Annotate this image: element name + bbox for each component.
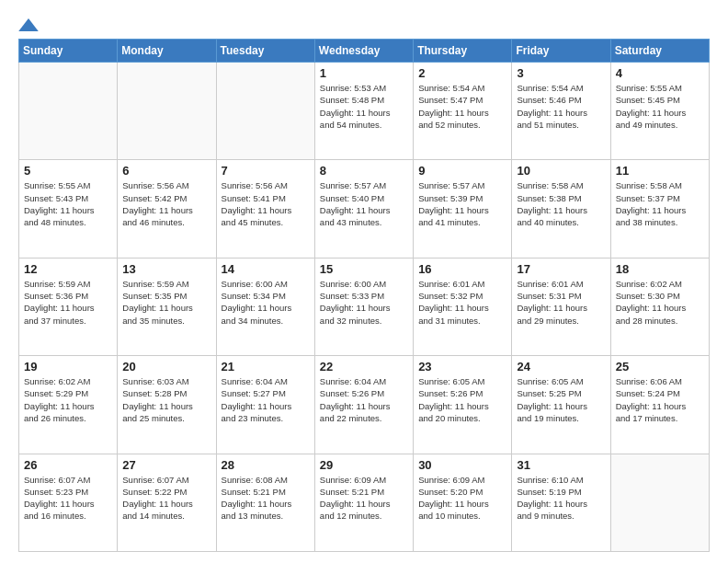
day-number: 26 (24, 458, 112, 472)
cell-text: Sunrise: 6:09 AM Sunset: 5:21 PM Dayligh… (320, 474, 408, 523)
day-number: 25 (616, 360, 704, 373)
calendar-cell: 6Sunrise: 5:56 AM Sunset: 5:42 PM Daylig… (118, 160, 216, 258)
header-day-thursday: Thursday (414, 40, 512, 63)
calendar-cell: 24Sunrise: 6:05 AM Sunset: 5:25 PM Dayli… (512, 356, 610, 454)
day-number: 11 (616, 164, 704, 178)
day-number: 9 (418, 164, 506, 178)
calendar-cell: 15Sunrise: 6:00 AM Sunset: 5:33 PM Dayli… (314, 258, 413, 355)
day-number: 20 (122, 360, 210, 373)
calendar-cell: 12Sunrise: 5:59 AM Sunset: 5:36 PM Dayli… (19, 258, 118, 355)
header-day-saturday: Saturday (610, 40, 709, 63)
cell-text: Sunrise: 6:08 AM Sunset: 5:21 PM Dayligh… (222, 474, 310, 523)
cell-text: Sunrise: 6:02 AM Sunset: 5:30 PM Dayligh… (616, 278, 704, 327)
day-number: 30 (418, 458, 506, 472)
day-number: 18 (616, 262, 704, 276)
day-number: 10 (517, 164, 605, 178)
week-row-0: 1Sunrise: 5:53 AM Sunset: 5:48 PM Daylig… (19, 63, 710, 160)
day-number: 22 (320, 360, 408, 373)
day-number: 29 (320, 458, 408, 472)
day-number: 21 (222, 360, 310, 373)
calendar-cell (118, 63, 216, 160)
calendar-cell: 11Sunrise: 5:58 AM Sunset: 5:37 PM Dayli… (610, 160, 709, 258)
cell-text: Sunrise: 5:59 AM Sunset: 5:36 PM Dayligh… (24, 278, 112, 327)
calendar-cell: 10Sunrise: 5:58 AM Sunset: 5:38 PM Dayli… (512, 160, 610, 258)
calendar-cell: 4Sunrise: 5:55 AM Sunset: 5:45 PM Daylig… (610, 63, 709, 160)
cell-text: Sunrise: 5:53 AM Sunset: 5:48 PM Dayligh… (320, 82, 408, 131)
day-number: 13 (122, 262, 210, 276)
day-number: 16 (418, 262, 506, 276)
day-number: 5 (24, 164, 112, 178)
day-number: 19 (24, 360, 112, 373)
cell-text: Sunrise: 5:54 AM Sunset: 5:47 PM Dayligh… (418, 82, 506, 131)
calendar-cell (610, 454, 709, 551)
cell-text: Sunrise: 6:00 AM Sunset: 5:33 PM Dayligh… (320, 278, 408, 327)
cell-text: Sunrise: 6:00 AM Sunset: 5:34 PM Dayligh… (222, 278, 310, 327)
calendar-cell: 30Sunrise: 6:09 AM Sunset: 5:20 PM Dayli… (414, 454, 512, 551)
calendar-cell: 23Sunrise: 6:05 AM Sunset: 5:26 PM Dayli… (414, 356, 512, 454)
day-number: 4 (616, 66, 704, 80)
week-row-3: 19Sunrise: 6:02 AM Sunset: 5:29 PM Dayli… (19, 356, 710, 454)
cell-text: Sunrise: 5:55 AM Sunset: 5:43 PM Dayligh… (24, 179, 112, 228)
cell-text: Sunrise: 6:09 AM Sunset: 5:20 PM Dayligh… (418, 474, 506, 523)
cell-text: Sunrise: 6:01 AM Sunset: 5:32 PM Dayligh… (418, 278, 506, 327)
day-number: 2 (418, 66, 506, 80)
calendar-cell: 14Sunrise: 6:00 AM Sunset: 5:34 PM Dayli… (216, 258, 314, 355)
calendar-cell: 9Sunrise: 5:57 AM Sunset: 5:39 PM Daylig… (414, 160, 512, 258)
calendar-cell (216, 63, 314, 160)
day-number: 24 (517, 360, 605, 373)
calendar-header: SundayMondayTuesdayWednesdayThursdayFrid… (19, 40, 710, 63)
day-number: 6 (122, 164, 210, 178)
week-row-4: 26Sunrise: 6:07 AM Sunset: 5:23 PM Dayli… (19, 454, 710, 551)
day-number: 14 (222, 262, 310, 276)
week-row-2: 12Sunrise: 5:59 AM Sunset: 5:36 PM Dayli… (19, 258, 710, 355)
day-number: 3 (517, 66, 605, 80)
day-number: 28 (222, 458, 310, 472)
header-day-monday: Monday (118, 40, 216, 63)
header-row: SundayMondayTuesdayWednesdayThursdayFrid… (19, 40, 710, 63)
calendar-cell: 25Sunrise: 6:06 AM Sunset: 5:24 PM Dayli… (610, 356, 709, 454)
calendar-cell: 29Sunrise: 6:09 AM Sunset: 5:21 PM Dayli… (314, 454, 413, 551)
day-number: 23 (418, 360, 506, 373)
calendar-cell: 20Sunrise: 6:03 AM Sunset: 5:28 PM Dayli… (118, 356, 216, 454)
calendar-table: SundayMondayTuesdayWednesdayThursdayFrid… (18, 39, 710, 552)
calendar-cell: 19Sunrise: 6:02 AM Sunset: 5:29 PM Dayli… (19, 356, 118, 454)
week-row-1: 5Sunrise: 5:55 AM Sunset: 5:43 PM Daylig… (19, 160, 710, 258)
calendar-cell: 16Sunrise: 6:01 AM Sunset: 5:32 PM Dayli… (414, 258, 512, 355)
cell-text: Sunrise: 5:59 AM Sunset: 5:35 PM Dayligh… (122, 278, 210, 327)
calendar-cell: 2Sunrise: 5:54 AM Sunset: 5:47 PM Daylig… (414, 63, 512, 160)
cell-text: Sunrise: 6:03 AM Sunset: 5:28 PM Dayligh… (122, 375, 210, 424)
day-number: 7 (222, 164, 310, 178)
page: SundayMondayTuesdayWednesdayThursdayFrid… (0, 0, 728, 563)
calendar-cell: 18Sunrise: 6:02 AM Sunset: 5:30 PM Dayli… (610, 258, 709, 355)
header-day-sunday: Sunday (19, 40, 118, 63)
cell-text: Sunrise: 6:01 AM Sunset: 5:31 PM Dayligh… (517, 278, 605, 327)
cell-text: Sunrise: 6:05 AM Sunset: 5:25 PM Dayligh… (517, 375, 605, 424)
cell-text: Sunrise: 5:57 AM Sunset: 5:40 PM Dayligh… (320, 179, 408, 228)
cell-text: Sunrise: 6:07 AM Sunset: 5:23 PM Dayligh… (24, 474, 112, 523)
cell-text: Sunrise: 5:55 AM Sunset: 5:45 PM Dayligh… (616, 82, 704, 131)
calendar-cell: 21Sunrise: 6:04 AM Sunset: 5:27 PM Dayli… (216, 356, 314, 454)
cell-text: Sunrise: 5:56 AM Sunset: 5:42 PM Dayligh… (122, 179, 210, 228)
header (18, 17, 710, 31)
day-number: 8 (320, 164, 408, 178)
cell-text: Sunrise: 5:58 AM Sunset: 5:38 PM Dayligh… (517, 179, 605, 228)
logo-icon (18, 18, 39, 31)
calendar-cell: 7Sunrise: 5:56 AM Sunset: 5:41 PM Daylig… (216, 160, 314, 258)
svg-marker-0 (18, 18, 39, 31)
calendar-cell: 28Sunrise: 6:08 AM Sunset: 5:21 PM Dayli… (216, 454, 314, 551)
day-number: 15 (320, 262, 408, 276)
cell-text: Sunrise: 6:10 AM Sunset: 5:19 PM Dayligh… (517, 474, 605, 523)
cell-text: Sunrise: 6:02 AM Sunset: 5:29 PM Dayligh… (24, 375, 112, 424)
calendar-body: 1Sunrise: 5:53 AM Sunset: 5:48 PM Daylig… (19, 63, 710, 552)
calendar-cell: 31Sunrise: 6:10 AM Sunset: 5:19 PM Dayli… (512, 454, 610, 551)
cell-text: Sunrise: 5:54 AM Sunset: 5:46 PM Dayligh… (517, 82, 605, 131)
logo (18, 17, 42, 31)
calendar-cell: 5Sunrise: 5:55 AM Sunset: 5:43 PM Daylig… (19, 160, 118, 258)
calendar-cell: 17Sunrise: 6:01 AM Sunset: 5:31 PM Dayli… (512, 258, 610, 355)
calendar-cell: 22Sunrise: 6:04 AM Sunset: 5:26 PM Dayli… (314, 356, 413, 454)
cell-text: Sunrise: 6:07 AM Sunset: 5:22 PM Dayligh… (122, 474, 210, 523)
header-day-friday: Friday (512, 40, 610, 63)
calendar-cell: 1Sunrise: 5:53 AM Sunset: 5:48 PM Daylig… (314, 63, 413, 160)
cell-text: Sunrise: 6:04 AM Sunset: 5:27 PM Dayligh… (222, 375, 310, 424)
cell-text: Sunrise: 6:05 AM Sunset: 5:26 PM Dayligh… (418, 375, 506, 424)
